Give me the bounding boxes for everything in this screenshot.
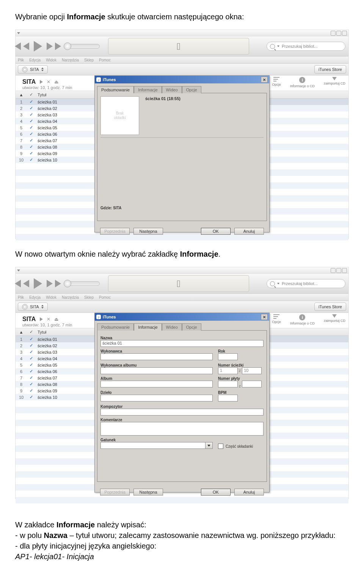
- minimize-button[interactable]: [331, 31, 336, 36]
- window-menu-caret[interactable]: [17, 270, 20, 271]
- minimize-button[interactable]: [331, 268, 336, 273]
- dialog-titlebar[interactable]: ♪iTunes ✕: [95, 313, 269, 321]
- search-caret-icon: [277, 45, 279, 47]
- prev-track-button[interactable]: Poprzednia: [100, 228, 130, 235]
- menu-narzedzia[interactable]: Narzędzia: [62, 58, 79, 62]
- gatunek-dropdown-button[interactable]: [206, 442, 213, 449]
- tab-wideo[interactable]: Wideo: [162, 86, 182, 93]
- info-icon[interactable]: i: [299, 77, 305, 83]
- import-icon[interactable]: [332, 314, 337, 318]
- tab-informacje[interactable]: Informacje: [134, 323, 162, 331]
- play-button[interactable]: [34, 41, 42, 52]
- label-numer-sciezki: Numer ścieżki: [218, 363, 264, 367]
- play-all-icon[interactable]: [40, 317, 43, 321]
- maximize-button[interactable]: [336, 268, 341, 273]
- input-disc-num[interactable]: [218, 381, 238, 387]
- input-wykonawca-albumu[interactable]: [100, 367, 213, 374]
- menu-sklep[interactable]: Sklep: [84, 58, 94, 62]
- menu-narzedzia[interactable]: Narzędzia: [62, 295, 79, 299]
- prev-button[interactable]: [19, 280, 29, 287]
- track-label: ścieżka 01 (18:55): [145, 96, 180, 101]
- close-button[interactable]: [342, 31, 347, 36]
- menu-edycja[interactable]: Edycja: [29, 295, 41, 299]
- tab-wideo[interactable]: Wideo: [162, 323, 182, 331]
- menu-plik[interactable]: Plik: [18, 58, 24, 62]
- input-disc-total[interactable]: [242, 381, 262, 387]
- close-button[interactable]: [342, 268, 347, 273]
- itunes-store-button[interactable]: iTunes Store: [314, 65, 346, 74]
- toolbar: SITA iTunes Store: [16, 64, 348, 75]
- menu-pomoc[interactable]: Pomoc: [99, 295, 111, 299]
- menu-plik[interactable]: Plik: [18, 295, 24, 299]
- dialog-close-button[interactable]: ✕: [261, 77, 268, 83]
- menu-widok[interactable]: Widok: [46, 295, 56, 299]
- chevron-down-icon: [207, 445, 210, 447]
- maximize-button[interactable]: [336, 31, 341, 36]
- menu-pomoc[interactable]: Pomoc: [99, 58, 111, 62]
- search-input[interactable]: Przeszukaj bibliot...: [267, 279, 345, 288]
- search-input[interactable]: Przeszukaj bibliot...: [267, 42, 345, 51]
- tab-podsumowanie[interactable]: Podsumowanie: [97, 323, 134, 331]
- ok-button[interactable]: OK: [201, 489, 231, 495]
- cancel-button[interactable]: Anuluj: [234, 228, 264, 235]
- col-title[interactable]: Tytuł: [35, 330, 46, 334]
- input-nazwa[interactable]: ścieżka 01: [100, 340, 264, 347]
- prev-button[interactable]: [19, 42, 29, 50]
- eject-icon[interactable]: ⏏: [54, 79, 58, 85]
- where-label: Gdzie: SITA: [100, 206, 264, 210]
- col-check[interactable]: ✓: [27, 92, 35, 97]
- prev-track-button[interactable]: Poprzednia: [100, 489, 130, 495]
- source-selector[interactable]: SITA: [18, 303, 48, 311]
- player-bar:  Przeszukaj bibliot...: [16, 36, 348, 56]
- dialog-close-button[interactable]: ✕: [261, 314, 268, 320]
- playlist-name: SITA: [22, 316, 36, 323]
- input-dzielo[interactable]: [100, 395, 213, 401]
- input-rok[interactable]: [218, 353, 238, 360]
- menu-widok[interactable]: Widok: [46, 58, 56, 62]
- source-selector[interactable]: SITA: [18, 65, 48, 74]
- col-check[interactable]: ✓: [27, 329, 35, 334]
- dialog-buttons: Poprzednia Następna OK Anuluj: [95, 485, 269, 499]
- window-menu-caret[interactable]: [17, 32, 20, 34]
- options-icon[interactable]: [273, 314, 279, 319]
- info-icon[interactable]: i: [299, 314, 305, 320]
- input-wykonawca[interactable]: [100, 353, 213, 360]
- input-gatunek[interactable]: [100, 442, 213, 449]
- input-kompozytor[interactable]: [100, 409, 264, 416]
- play-all-icon[interactable]: [40, 80, 43, 84]
- menu-edycja[interactable]: Edycja: [29, 58, 41, 62]
- shuffle-icon[interactable]: ✕: [47, 79, 50, 85]
- checkbox-skladanka[interactable]: [218, 444, 223, 449]
- tab-opcje[interactable]: Opcje: [182, 323, 201, 331]
- lcd-display: : [108, 275, 249, 292]
- input-bpm[interactable]: [218, 395, 238, 401]
- itunes-store-button[interactable]: iTunes Store: [314, 303, 346, 311]
- cancel-button[interactable]: Anuluj: [234, 489, 264, 495]
- shuffle-icon[interactable]: ✕: [47, 317, 50, 322]
- options-icon[interactable]: [273, 77, 279, 82]
- next-button[interactable]: [47, 42, 57, 50]
- menu-sklep[interactable]: Sklep: [84, 295, 94, 299]
- volume-slider[interactable]: [64, 281, 100, 286]
- col-title[interactable]: Tytuł: [35, 93, 46, 97]
- input-album[interactable]: [100, 381, 213, 387]
- eject-icon[interactable]: ⏏: [54, 317, 58, 322]
- input-komentarze[interactable]: [100, 422, 264, 436]
- doc-paragraph: W nowo otwartym oknie należy wybrać zakł…: [15, 249, 349, 259]
- next-track-button[interactable]: Następna: [133, 489, 163, 495]
- input-track-num[interactable]: 1: [218, 367, 238, 374]
- tab-opcje[interactable]: Opcje: [182, 86, 201, 93]
- next-track-button[interactable]: Następna: [133, 228, 163, 235]
- ok-button[interactable]: OK: [201, 228, 231, 235]
- import-icon[interactable]: [332, 77, 337, 80]
- dialog-titlebar[interactable]: ♪iTunes ✕: [95, 76, 269, 83]
- volume-slider[interactable]: [64, 44, 100, 49]
- col-sort[interactable]: ▲: [16, 93, 27, 97]
- col-sort[interactable]: ▲: [16, 330, 27, 334]
- input-track-total[interactable]: 10: [242, 367, 262, 374]
- tab-podsumowanie[interactable]: Podsumowanie: [97, 86, 134, 93]
- play-button[interactable]: [34, 278, 42, 289]
- next-button[interactable]: [47, 280, 57, 287]
- tab-informacje[interactable]: Informacje: [134, 86, 162, 93]
- dialog-tabs: Podsumowanie Informacje Wideo Opcje: [95, 321, 269, 330]
